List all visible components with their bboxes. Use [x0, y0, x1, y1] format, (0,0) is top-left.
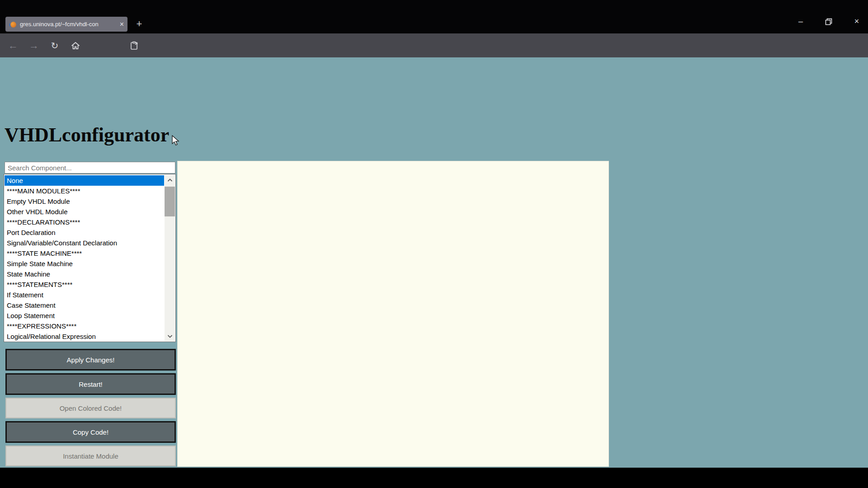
window-controls: – ×	[792, 14, 865, 29]
list-item[interactable]: ****STATEMENTS****	[5, 279, 164, 290]
list-item[interactable]: Empty VHDL Module	[5, 196, 164, 206]
reload-icon: ↻	[51, 41, 59, 50]
browser-window: gres.uninova.pt/~fcm/vhdl-con × + – × ← …	[0, 0, 868, 488]
browser-tab[interactable]: gres.uninova.pt/~fcm/vhdl-con ×	[5, 17, 127, 32]
action-buttons: Apply Changes!Restart!Open Colored Code!…	[5, 349, 176, 466]
tab-title-fade	[104, 17, 116, 32]
site-favicon-icon	[9, 21, 16, 28]
navigation-toolbar: ← → ↻	[0, 33, 868, 57]
tab-bar: gres.uninova.pt/~fcm/vhdl-con × + – ×	[0, 0, 868, 33]
list-item[interactable]: ****STATE MACHINE****	[5, 248, 164, 258]
scroll-up-button[interactable]	[165, 175, 175, 185]
list-item[interactable]: Port Declaration	[5, 227, 164, 238]
clipboard-extension-button[interactable]	[127, 38, 142, 53]
bottom-letterbox	[0, 468, 868, 488]
forward-button[interactable]: →	[26, 38, 42, 53]
scroll-down-button[interactable]	[165, 331, 175, 341]
list-item[interactable]: None	[5, 175, 164, 186]
list-item[interactable]: Logical/Relational Expression	[5, 331, 164, 342]
reload-button[interactable]: ↻	[47, 38, 62, 53]
list-item[interactable]: State Machine	[5, 269, 164, 279]
apply-changes-button[interactable]: Apply Changes!	[5, 349, 176, 371]
restore-button[interactable]	[820, 14, 837, 29]
list-item[interactable]: Signal/Variable/Constant Declaration	[5, 238, 164, 248]
back-button[interactable]: ←	[5, 38, 21, 53]
list-item[interactable]: Other VHDL Module	[5, 206, 164, 217]
home-button[interactable]	[68, 38, 83, 53]
tab-title: gres.uninova.pt/~fcm/vhdl-con	[20, 21, 108, 28]
list-scrollbar[interactable]	[165, 175, 175, 341]
restart-button[interactable]: Restart!	[5, 373, 176, 395]
page-title: VHDLconfigurator	[5, 123, 169, 146]
component-search-input[interactable]	[5, 162, 175, 174]
scrollbar-thumb[interactable]	[165, 187, 175, 216]
web-page: VHDLconfigurator None****MAIN MODULES***…	[0, 57, 868, 468]
tab-close-icon[interactable]: ×	[120, 21, 124, 28]
chevron-up-icon	[167, 178, 173, 182]
list-item[interactable]: Case Statement	[5, 300, 164, 310]
forward-icon: →	[29, 41, 39, 51]
back-icon: ←	[8, 41, 18, 51]
instantiate-module-button: Instantiate Module	[5, 446, 176, 466]
list-item[interactable]: Loop Statement	[5, 310, 164, 321]
chevron-down-icon	[167, 334, 173, 338]
open-colored-code-button: Open Colored Code!	[5, 398, 176, 418]
list-item[interactable]: ****MAIN MODULES****	[5, 186, 164, 196]
list-item[interactable]: ****DECLARATIONS****	[5, 217, 164, 227]
clipboard-icon	[129, 41, 139, 51]
list-item[interactable]: If Statement	[5, 290, 164, 300]
code-preview-area	[177, 161, 609, 467]
minimize-button[interactable]: –	[792, 14, 809, 29]
component-listbox: None****MAIN MODULES****Empty VHDL Modul…	[4, 174, 176, 342]
home-icon	[71, 41, 80, 51]
component-list: None****MAIN MODULES****Empty VHDL Modul…	[5, 175, 164, 342]
restore-icon	[825, 18, 832, 25]
list-item[interactable]: Simple State Machine	[5, 258, 164, 269]
new-tab-button[interactable]: +	[133, 18, 146, 31]
list-item[interactable]: ****EXPRESSIONS****	[5, 321, 164, 331]
copy-code-button[interactable]: Copy Code!	[5, 421, 176, 443]
close-window-button[interactable]: ×	[848, 14, 865, 29]
